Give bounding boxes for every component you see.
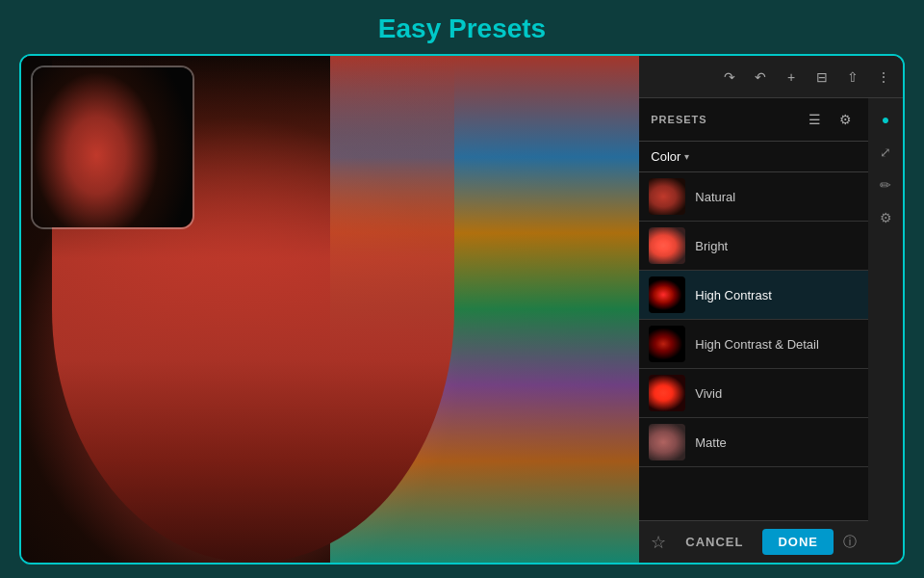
more-icon[interactable]: ⋮ <box>872 66 895 89</box>
redo-icon[interactable]: ↷ <box>718 66 741 89</box>
presets-label: PRESETS <box>651 114 706 125</box>
preset-thumb-high-contrast-detail <box>649 326 685 362</box>
gear-icon[interactable]: ⚙ <box>872 204 899 231</box>
photo-area <box>21 56 639 563</box>
preset-name-bright: Bright <box>695 239 728 253</box>
preset-thumb-matte <box>649 424 685 460</box>
preset-name-natural: Natural <box>695 190 735 204</box>
done-button[interactable]: DONE <box>762 529 834 555</box>
preset-name-matte: Matte <box>695 435 727 450</box>
chevron-down-icon: ▾ <box>684 151 689 162</box>
undo-icon[interactable]: ↶ <box>749 66 772 89</box>
preset-thumb-high-contrast <box>649 276 685 313</box>
circle-icon[interactable]: ● <box>872 106 899 133</box>
cancel-button[interactable]: CANCEL <box>676 529 753 555</box>
app-title: Easy Presets <box>0 0 924 54</box>
compare-icon[interactable]: ⊟ <box>810 66 834 89</box>
main-container: ↷ ↶ + ⊟ ⇧ ⋮ PRESETS ☰ ⚙ Color <box>19 54 905 565</box>
side-icons-panel: ● ⤢ ✏ ⚙ <box>868 98 903 563</box>
info-icon[interactable]: ⓘ <box>843 534 857 551</box>
add-icon[interactable]: + <box>780 66 803 89</box>
preset-item-high-contrast[interactable]: High Contrast <box>639 271 868 320</box>
transform-icon[interactable]: ⤢ <box>872 139 899 166</box>
preset-item-high-contrast-detail[interactable]: High Contrast & Detail <box>639 320 868 369</box>
menu-icon[interactable]: ☰ <box>803 108 826 131</box>
thumbnail-overlay[interactable] <box>31 66 194 229</box>
preset-thumb-vivid <box>649 375 685 411</box>
preset-item-matte[interactable]: Matte <box>639 418 868 467</box>
preset-list: Natural Bright High Contrast High Contra… <box>639 172 868 520</box>
preset-name-high-contrast-detail: High Contrast & Detail <box>695 337 819 352</box>
preset-name-high-contrast: High Contrast <box>695 288 771 302</box>
brush-icon[interactable]: ✏ <box>872 171 899 198</box>
preset-thumb-bright <box>649 227 685 264</box>
preset-item-natural[interactable]: Natural <box>639 172 868 222</box>
presets-header: PRESETS ☰ ⚙ <box>639 98 868 142</box>
share-icon[interactable]: ⇧ <box>841 66 864 89</box>
preset-item-bright[interactable]: Bright <box>639 222 868 271</box>
bottom-bar: ☆ CANCEL DONE ⓘ <box>639 520 868 563</box>
settings-icon[interactable]: ⚙ <box>834 108 857 131</box>
top-toolbar: ↷ ↶ + ⊟ ⇧ ⋮ <box>639 56 903 98</box>
preset-name-vivid: Vivid <box>695 386 722 401</box>
preset-thumb-natural <box>649 178 685 215</box>
color-dropdown[interactable]: Color ▾ <box>639 142 868 172</box>
preset-item-vivid[interactable]: Vivid <box>639 369 868 418</box>
star-icon[interactable]: ☆ <box>651 532 666 553</box>
